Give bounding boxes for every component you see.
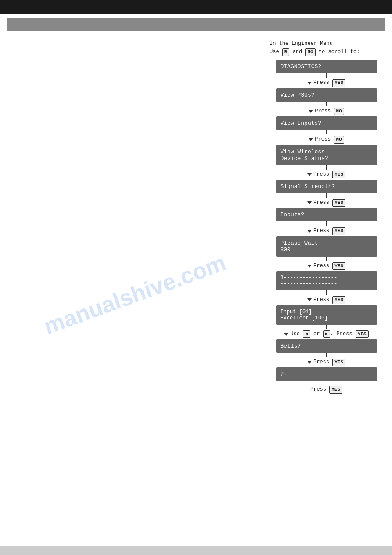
flow-step-bells: Bells? Press YES [267, 339, 385, 367]
press-label-view-inputs: Press NO [315, 136, 344, 143]
block-view-psus: View PSUs? [276, 88, 377, 102]
divider-1 [7, 207, 42, 207]
block-question: ?- [276, 367, 377, 381]
arrow-inputs: Press YES [276, 221, 377, 236]
press-label-view-wireless: Press YES [313, 171, 345, 178]
divider-3 [42, 214, 77, 214]
block-view-wireless: View Wireless Device Status? [276, 145, 377, 165]
arrow-please-wait: Press YES [276, 257, 377, 271]
press-label-view-psus: Press NO [315, 108, 344, 115]
block-diagnostics: DIAGNOSTICS? [276, 60, 377, 73]
right-panel: In the Engineer Menu Use B and NO to scr… [263, 40, 385, 549]
block-view-inputs: View Inputs? [276, 116, 377, 130]
intro-and: and [293, 49, 302, 55]
flow-step-view-wireless: View Wireless Device Status? Press YES [267, 145, 385, 180]
intro-use: Use [270, 49, 279, 55]
block-dashes: 3----------------- ------------------ [276, 271, 377, 290]
block-inputs: Inputs? [276, 208, 377, 221]
arrow-diagnostics: Press YES [276, 73, 377, 88]
press-label-signal-strength: Press YES [313, 199, 345, 207]
flow-step-inputs: Inputs? Press YES [267, 208, 385, 236]
divider-4 [7, 464, 33, 464]
top-bar [0, 0, 392, 14]
arrow-signal-strength: Press YES [276, 193, 377, 208]
arrow-input-excellent: Use ◄ or ►. Press YES [276, 325, 377, 339]
flow-step-signal-strength: Signal Strength? Press YES [267, 180, 385, 208]
flow-step-diagnostics: DIAGNOSTICS? Press YES [267, 60, 385, 88]
divider-2 [7, 214, 33, 214]
use-or-press-label: Use ◄ or ►. Press YES [290, 330, 368, 338]
left-panel: manualshive.com [7, 40, 263, 549]
section-header [7, 18, 385, 31]
press-label-dashes: Press YES [313, 296, 345, 304]
press-label-diagnostics: Press YES [313, 79, 345, 87]
arrow-bells: Press YES [276, 353, 377, 367]
flow-step-input-excellent: Input [01] Excellent [100] Use ◄ or ►. P… [267, 305, 385, 339]
key-b-badge: B [282, 48, 290, 56]
flow-step-view-psus: View PSUs? Press NO [267, 88, 385, 116]
arrow-question: Press YES [276, 381, 377, 395]
watermark: manualshive.com [40, 249, 229, 340]
bottom-bar [0, 546, 392, 555]
press-label-please-wait: Press YES [313, 262, 345, 270]
press-label-question: Press YES [310, 386, 342, 393]
key-no-badge: NO [305, 48, 315, 56]
arrow-dashes: Press YES [276, 290, 377, 305]
divider-5 [7, 472, 33, 472]
arrow-view-wireless: Press YES [276, 165, 377, 180]
flow-step-question: ?- Press YES [267, 367, 385, 395]
flow-step-dashes: 3----------------- ------------------ Pr… [267, 271, 385, 305]
flow-step-please-wait: Please Wait 300 Press YES [267, 236, 385, 271]
block-input-excellent: Input [01] Excellent [100] [276, 305, 377, 325]
divider-6 [46, 472, 81, 472]
intro-line2-end: to scroll to: [319, 49, 360, 55]
arrow-view-psus: Press NO [276, 102, 377, 116]
intro-line1: In the Engineer Menu [270, 40, 333, 47]
block-signal-strength: Signal Strength? [276, 180, 377, 193]
engineer-intro: In the Engineer Menu Use B and NO to scr… [267, 40, 385, 56]
block-please-wait: Please Wait 300 [276, 236, 377, 257]
press-label-bells: Press YES [313, 359, 345, 366]
block-bells: Bells? [276, 339, 377, 353]
arrow-view-inputs: Press NO [276, 130, 377, 145]
flow-step-view-inputs: View Inputs? Press NO [267, 116, 385, 145]
press-label-inputs: Press YES [313, 227, 345, 235]
